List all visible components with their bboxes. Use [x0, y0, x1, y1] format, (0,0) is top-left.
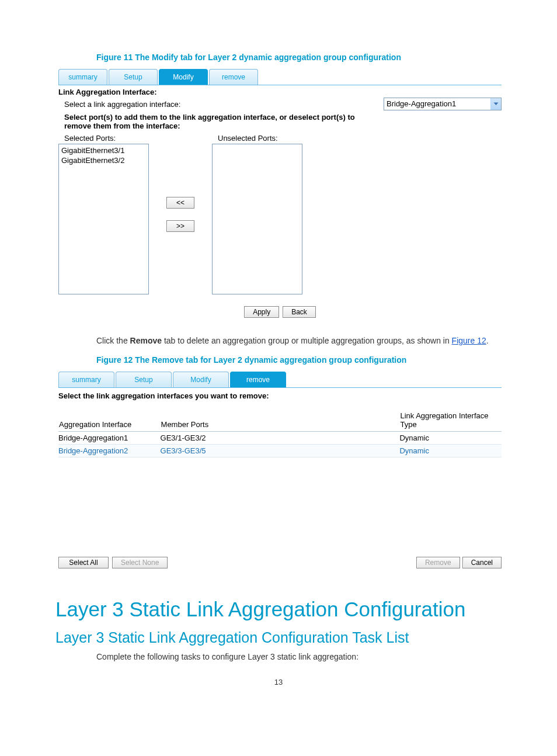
- figure-12-link[interactable]: Figure 12: [452, 336, 486, 345]
- table-row[interactable]: Bridge-Aggregation1 GE3/1-GE3/2 Dynamic: [58, 431, 502, 444]
- dropdown-value: Bridge-Aggregation1: [384, 98, 490, 110]
- cell-type: Dynamic: [399, 444, 502, 457]
- tab-summary[interactable]: summary: [58, 69, 107, 85]
- figure-caption-text: tab for Layer 2 dynamic aggregation grou…: [178, 53, 401, 62]
- figure-12-caption: Figure 12 The Remove tab for Layer 2 dyn…: [96, 355, 502, 365]
- figure-11-caption: Figure 11 The Modify tab for Layer 2 dyn…: [96, 53, 502, 62]
- tab-setup[interactable]: Setup: [116, 372, 172, 387]
- task-intro-text: Complete the following tasks to configur…: [96, 652, 502, 661]
- cell-ports: GE3/1-GE3/2: [161, 431, 400, 444]
- link-agg-interface-heading: Link Aggregation Interface:: [58, 88, 502, 96]
- aggregation-interface-select[interactable]: Bridge-Aggregation1: [384, 98, 502, 110]
- move-left-button[interactable]: <<: [166, 197, 194, 209]
- tab-remove[interactable]: remove: [230, 372, 286, 387]
- figure-caption-text: Figure 12 The: [96, 355, 152, 365]
- apply-button[interactable]: Apply: [244, 306, 279, 318]
- list-item[interactable]: GigabitEthernet3/2: [60, 155, 147, 165]
- select-link-label: Select a link aggregation interface:: [64, 100, 384, 109]
- figure-caption-text: tab for Layer 2 dynamic aggregation grou…: [183, 355, 406, 365]
- cell-type: Dynamic: [399, 431, 502, 444]
- text: .: [486, 336, 489, 345]
- col-aggregation-interface: Aggregation Interface: [58, 411, 161, 432]
- select-all-button[interactable]: Select All: [58, 557, 109, 568]
- tabstrip-remove: summary Setup Modify remove: [58, 372, 502, 388]
- cell-ports: GE3/3-GE3/5: [161, 444, 400, 457]
- remove-instruction: Select the link aggregation interfaces y…: [58, 391, 502, 400]
- text: Click the: [96, 336, 130, 345]
- unselected-ports-label: Unselected Ports:: [218, 134, 302, 143]
- table-row[interactable]: Bridge-Aggregation2 GE3/3-GE3/5 Dynamic: [58, 444, 502, 457]
- heading-layer3-config: Layer 3 Static Link Aggregation Configur…: [55, 598, 502, 621]
- col-interface-type: Link Aggregation Interface Type: [399, 411, 502, 432]
- tabstrip-modify: summary Setup Modify remove: [58, 69, 502, 85]
- list-item[interactable]: GigabitEthernet3/1: [60, 145, 147, 155]
- page-number: 13: [55, 678, 502, 686]
- chevron-down-icon[interactable]: [490, 98, 501, 110]
- cell-interface: Bridge-Aggregation1: [58, 431, 161, 444]
- unselected-ports-list[interactable]: [212, 144, 302, 294]
- body-paragraph: Click the Remove tab to delete an aggreg…: [96, 335, 502, 347]
- text: tab to delete an aggregation group or mu…: [162, 336, 452, 345]
- figure-caption-text: Figure 11 The: [96, 53, 152, 62]
- tab-summary[interactable]: summary: [58, 372, 114, 387]
- cancel-button[interactable]: Cancel: [462, 557, 502, 568]
- figure-caption-bold: Remove: [152, 355, 183, 365]
- figure-caption-bold: Modify: [152, 53, 178, 62]
- tab-remove[interactable]: remove: [209, 69, 258, 85]
- tab-setup[interactable]: Setup: [109, 69, 158, 85]
- remove-button[interactable]: Remove: [416, 557, 460, 568]
- selected-ports-label: Selected Ports:: [64, 134, 149, 143]
- port-instruction: Select port(s) to add them to the link a…: [64, 113, 374, 130]
- select-none-button[interactable]: Select None: [112, 557, 168, 568]
- back-button[interactable]: Back: [283, 306, 316, 318]
- remove-table: Aggregation Interface Member Ports Link …: [58, 411, 502, 457]
- tab-modify[interactable]: Modify: [173, 372, 229, 387]
- col-member-ports: Member Ports: [161, 411, 400, 432]
- move-right-button[interactable]: >>: [166, 220, 194, 232]
- bold-text: Remove: [130, 336, 162, 345]
- cell-interface: Bridge-Aggregation2: [58, 444, 161, 457]
- selected-ports-list[interactable]: GigabitEthernet3/1 GigabitEthernet3/2: [58, 144, 149, 294]
- tab-modify[interactable]: Modify: [159, 69, 208, 85]
- heading-task-list: Layer 3 Static Link Aggregation Configur…: [55, 629, 502, 646]
